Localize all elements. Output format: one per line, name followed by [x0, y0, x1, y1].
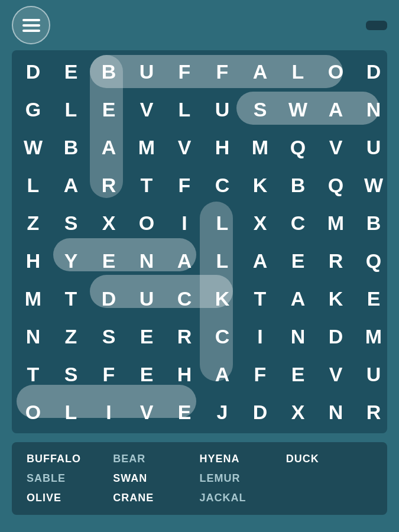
- cell-3-7[interactable]: B: [280, 167, 316, 203]
- cell-5-8[interactable]: R: [317, 242, 354, 279]
- cell-8-9[interactable]: U: [355, 356, 392, 392]
- cell-4-0[interactable]: Z: [15, 205, 51, 241]
- cell-0-9[interactable]: D: [355, 53, 392, 90]
- cell-1-5[interactable]: U: [204, 91, 241, 128]
- cell-6-8[interactable]: K: [317, 280, 354, 317]
- cell-5-5[interactable]: L: [204, 242, 241, 279]
- cell-4-6[interactable]: X: [242, 205, 278, 241]
- cell-3-4[interactable]: F: [166, 167, 203, 203]
- cell-1-9[interactable]: N: [355, 91, 392, 128]
- cell-7-0[interactable]: N: [15, 318, 51, 355]
- cell-9-9[interactable]: R: [355, 394, 392, 430]
- cell-6-4[interactable]: C: [166, 280, 203, 317]
- cell-0-2[interactable]: B: [90, 53, 127, 90]
- cell-7-7[interactable]: N: [280, 318, 316, 355]
- cell-4-8[interactable]: M: [317, 205, 354, 241]
- cell-1-6[interactable]: S: [242, 91, 278, 128]
- cell-7-1[interactable]: Z: [53, 318, 89, 355]
- cell-2-8[interactable]: V: [317, 129, 354, 166]
- cell-4-5[interactable]: L: [204, 205, 241, 241]
- cell-6-7[interactable]: A: [280, 280, 316, 317]
- cell-9-5[interactable]: J: [204, 394, 241, 430]
- cell-0-8[interactable]: O: [317, 53, 354, 90]
- cell-0-0[interactable]: D: [15, 53, 51, 90]
- cell-7-4[interactable]: R: [166, 318, 203, 355]
- cell-5-0[interactable]: H: [15, 242, 51, 279]
- cell-9-2[interactable]: I: [90, 394, 127, 430]
- cell-2-6[interactable]: M: [242, 129, 278, 166]
- cell-5-7[interactable]: E: [280, 242, 316, 279]
- cell-1-3[interactable]: V: [128, 91, 165, 128]
- cell-2-5[interactable]: H: [204, 129, 241, 166]
- cell-3-8[interactable]: Q: [317, 167, 354, 203]
- cell-8-3[interactable]: E: [128, 356, 165, 392]
- cell-9-4[interactable]: E: [166, 394, 203, 430]
- cell-2-4[interactable]: V: [166, 129, 203, 166]
- cell-5-2[interactable]: E: [90, 242, 127, 279]
- cell-3-1[interactable]: A: [53, 167, 89, 203]
- cell-5-3[interactable]: N: [128, 242, 165, 279]
- cell-2-0[interactable]: W: [15, 129, 51, 166]
- cell-7-3[interactable]: E: [128, 318, 165, 355]
- cell-8-1[interactable]: S: [53, 356, 89, 392]
- cell-0-3[interactable]: U: [128, 53, 165, 90]
- cell-0-7[interactable]: L: [280, 53, 316, 90]
- cell-9-3[interactable]: V: [128, 394, 165, 430]
- cell-1-8[interactable]: A: [317, 91, 354, 128]
- cell-4-9[interactable]: B: [355, 205, 392, 241]
- cell-3-9[interactable]: W: [355, 167, 392, 203]
- cell-8-4[interactable]: H: [166, 356, 203, 392]
- cell-6-3[interactable]: U: [128, 280, 165, 317]
- cell-2-3[interactable]: M: [128, 129, 165, 166]
- cell-4-7[interactable]: C: [280, 205, 316, 241]
- cell-6-5[interactable]: K: [204, 280, 241, 317]
- cell-3-6[interactable]: K: [242, 167, 278, 203]
- cell-7-5[interactable]: C: [204, 318, 241, 355]
- cell-4-2[interactable]: X: [90, 205, 127, 241]
- cell-8-2[interactable]: F: [90, 356, 127, 392]
- cell-9-7[interactable]: X: [280, 394, 316, 430]
- cell-6-2[interactable]: D: [90, 280, 127, 317]
- cell-8-8[interactable]: V: [317, 356, 354, 392]
- cell-4-3[interactable]: O: [128, 205, 165, 241]
- cell-2-9[interactable]: U: [355, 129, 392, 166]
- cell-5-9[interactable]: Q: [355, 242, 392, 279]
- cell-9-1[interactable]: L: [53, 394, 89, 430]
- cell-1-1[interactable]: L: [53, 91, 89, 128]
- cell-7-8[interactable]: D: [317, 318, 354, 355]
- cell-9-8[interactable]: N: [317, 394, 354, 430]
- menu-button[interactable]: [12, 6, 50, 44]
- cell-7-2[interactable]: S: [90, 318, 127, 355]
- cell-3-0[interactable]: L: [15, 167, 51, 203]
- cell-7-9[interactable]: M: [355, 318, 392, 355]
- cell-6-1[interactable]: T: [53, 280, 89, 317]
- cell-9-6[interactable]: D: [242, 394, 278, 430]
- cell-5-4[interactable]: A: [166, 242, 203, 279]
- cell-8-0[interactable]: T: [15, 356, 51, 392]
- cell-6-0[interactable]: M: [15, 280, 51, 317]
- cell-9-0[interactable]: O: [15, 394, 51, 430]
- cell-8-6[interactable]: F: [242, 356, 278, 392]
- cell-7-6[interactable]: I: [242, 318, 278, 355]
- cell-1-0[interactable]: G: [15, 91, 51, 128]
- cell-0-5[interactable]: F: [204, 53, 241, 90]
- cell-0-1[interactable]: E: [53, 53, 89, 90]
- cell-8-7[interactable]: E: [280, 356, 316, 392]
- cell-2-2[interactable]: A: [90, 129, 127, 166]
- cell-0-4[interactable]: F: [166, 53, 203, 90]
- cell-6-9[interactable]: E: [355, 280, 392, 317]
- cell-1-4[interactable]: L: [166, 91, 203, 128]
- cell-2-1[interactable]: B: [53, 129, 89, 166]
- cell-0-6[interactable]: A: [242, 53, 278, 90]
- cell-5-1[interactable]: Y: [53, 242, 89, 279]
- cell-1-7[interactable]: W: [280, 91, 316, 128]
- cell-1-2[interactable]: E: [90, 91, 127, 128]
- cell-4-1[interactable]: S: [53, 205, 89, 241]
- cell-8-5[interactable]: A: [204, 356, 241, 392]
- cell-3-5[interactable]: C: [204, 167, 241, 203]
- cell-3-3[interactable]: T: [128, 167, 165, 203]
- cell-4-4[interactable]: I: [166, 205, 203, 241]
- cell-6-6[interactable]: T: [242, 280, 278, 317]
- cell-2-7[interactable]: Q: [280, 129, 316, 166]
- cell-3-2[interactable]: R: [90, 167, 127, 203]
